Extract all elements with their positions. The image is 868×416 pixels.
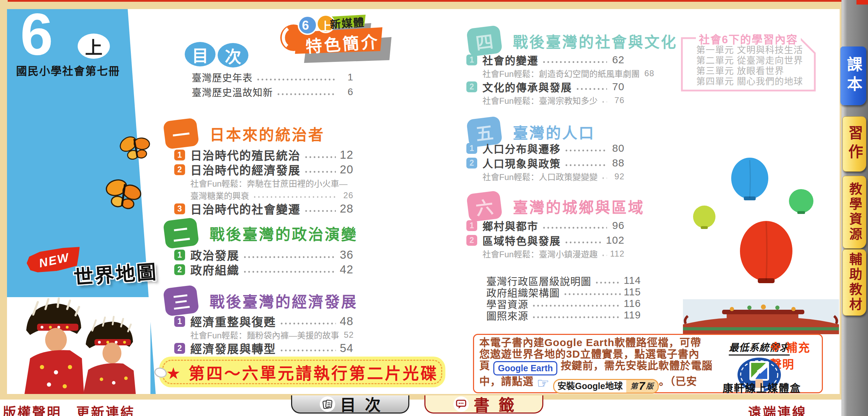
info-line: 本電子書內建Google Earth軟體路徑檔，可帶 [479, 337, 731, 348]
next-book-item: 第一單元 文明與科技生活 [696, 45, 803, 55]
entry-page-number: 54 [339, 342, 353, 355]
unit-title: 戰後臺灣的社會與文化 [513, 30, 677, 52]
tab-textbook[interactable]: 課本 [840, 46, 866, 105]
unit-header: 一日本來的統治者 [164, 119, 360, 148]
unit-entries: 1日治時代的殖民統治122日治時代的經濟發展20社會Fun輕鬆：奔馳在甘蔗田裡的… [174, 148, 353, 216]
cover-series-title: 國民小學社會第七冊 [16, 62, 120, 78]
next-book-item: 第二單元 從臺灣走向世界 [696, 55, 803, 66]
toc-entry[interactable]: 2日治時代的經濟發展20 [174, 162, 353, 177]
dot-leader [253, 196, 336, 198]
next-book-items: 第一單元 文明與科技生活第二單元 從臺灣走向世界第三單元 放眼看世界第四單元 關… [696, 45, 803, 87]
toc-entry[interactable]: 1鄉村與都市96 [466, 218, 624, 233]
entry-label: 臺灣歷史年表 [192, 70, 253, 84]
entry-page-number: 114 [624, 275, 641, 286]
entry-label: 圖照來源 [486, 308, 528, 323]
toc-heading-char: 目 [185, 42, 216, 66]
entry-label: 社會Fun輕鬆：人口政策變變變 [482, 170, 598, 182]
toc-entry[interactable]: 2人口現象與政策88 [466, 156, 624, 170]
unit-header: 四戰後臺灣的社會與文化 [468, 26, 678, 56]
tab-workbook[interactable]: 習作 [842, 116, 866, 172]
entry-page-number: 48 [339, 315, 353, 328]
front-entries: 臺灣歷史年表1臺灣歷史溫故知新6 [192, 70, 353, 99]
toc-entry[interactable]: 圖照來源119 [486, 309, 641, 321]
toc-tab-button[interactable]: 目次 [291, 395, 409, 414]
toc-entry[interactable]: 社會Fun輕鬆：臺灣小鎮漫遊趣112 [466, 248, 624, 260]
toc-entry[interactable]: 臺灣歷史年表1 [192, 70, 353, 85]
entry-number-badge: 2 [466, 235, 477, 246]
pointing-hand-icon: ☞ [537, 375, 550, 391]
toc-entry[interactable]: 社會Fun輕鬆：人口政策變變變92 [466, 170, 624, 182]
world-map-label: 世界地圖 [72, 256, 158, 290]
cover-semester-badge: 上 [78, 34, 110, 59]
remote-connection-link[interactable]: 遠端連線 [748, 402, 807, 416]
entry-label: 社會Fun輕鬆：臺灣宗教知多少 [482, 94, 598, 106]
unit-entries: 1社會的變遷62社會Fun輕鬆：創造奇幻空間的紙風車劇團682文化的傳承與發展7… [466, 52, 624, 106]
copyright-link[interactable]: 版權聲明 [3, 402, 62, 416]
feature-badge-title: 特色簡介 [305, 28, 380, 58]
toc-entry[interactable]: 1經濟重整與復甦48 [174, 314, 353, 329]
unit-number-badge: 六 [466, 191, 502, 222]
toc-entry[interactable]: 2文化的傳承與發展70 [466, 79, 624, 94]
ebook-reader: 6 上 國民小學社會第七冊 NEW 世界地圖 [0, 0, 868, 416]
disc-note: ★ 第四～六單元請執行第二片光碟 [159, 357, 445, 387]
entry-label: 鄉村與都市 [482, 218, 538, 233]
toc-entry[interactable]: 1政治發展36 [174, 248, 353, 262]
entry-number-badge: 1 [466, 55, 477, 65]
unit-section-4: 四戰後臺灣的社會與文化 1社會的變遷62社會Fun輕鬆：創造奇幻空間的紙風車劇團… [468, 26, 678, 56]
unit-header: 六臺灣的城鄉與區域 [468, 192, 678, 221]
dot-leader [304, 210, 336, 212]
toc-entry[interactable]: 3日治時代的社會變遷28 [174, 201, 353, 216]
cover-photo-people [7, 297, 150, 394]
entry-number-badge: 2 [174, 264, 185, 275]
media-box-label: 康軒線上媒體盒 [719, 380, 805, 395]
entry-page-number: 112 [610, 249, 624, 259]
tab-supplementary-materials[interactable]: 輔助教材 [842, 249, 866, 316]
dot-leader [532, 304, 621, 307]
toc-entry[interactable]: 1人口分布與遷移80 [466, 141, 624, 156]
unit-section-1: 一日本來的統治者 1日治時代的殖民統治122日治時代的經濟發展20社會Fun輕鬆… [164, 119, 360, 148]
entry-page-number: 68 [640, 69, 654, 78]
dot-leader [601, 254, 607, 257]
google-earth-info-box: 本電子書內建Google Earth軟體路徑檔，可帶 您遨遊世界各地的3D立體實… [473, 334, 823, 393]
entry-label: 人口分布與遷移 [482, 141, 561, 156]
toc-entry[interactable]: 社會Fun輕鬆：創造奇幻空間的紙風車劇團68 [466, 67, 624, 79]
bookmark-tab-button[interactable]: 書籤 [424, 395, 543, 414]
toc-entry[interactable]: 社會Fun輕鬆：臺灣宗教知多少76 [466, 94, 624, 106]
entry-label: 日治時代的經濟發展 [190, 161, 301, 178]
temple-roof-image [683, 299, 839, 334]
feature-intro-badge[interactable]: 6 上 新媒體 特色簡介 [278, 10, 397, 68]
next-book-title: 社會6下的學習內容 [696, 34, 800, 46]
dot-leader [564, 149, 607, 152]
unit-section-3: 三戰後臺灣的經濟發展 1經濟重整與復甦48社會Fun輕鬆：麵粉袋內褲—美援的故事… [164, 286, 360, 315]
entry-page-number: 92 [610, 172, 624, 181]
bookmark-tab-label: 書籤 [474, 393, 523, 415]
toc-entry[interactable]: 臺灣歷史溫故知新6 [192, 85, 353, 99]
unit-title: 戰後臺灣的經濟發展 [210, 290, 358, 311]
entry-page-number: 80 [610, 142, 624, 154]
toc-entry[interactable]: 2政府組織42 [174, 262, 353, 277]
toc-entry[interactable]: 2經濟發展與轉型54 [174, 341, 353, 356]
dot-leader [304, 171, 336, 173]
entry-page-number: 88 [610, 157, 624, 169]
entry-page-number: 116 [624, 298, 641, 309]
install-google-earth-button[interactable]: 安裝Google地球第7版 [553, 379, 659, 394]
unit-title: 戰後臺灣的政治演變 [210, 222, 358, 244]
dot-leader [601, 177, 607, 179]
update-link[interactable]: 更新連結 [76, 402, 135, 416]
dot-leader [542, 227, 607, 229]
google-earth-button[interactable]: Google Earth [493, 361, 557, 375]
toc-entry[interactable]: 2區域特色與發展102 [466, 233, 624, 248]
entry-page-number: 102 [606, 234, 624, 246]
info-line: 頁 Google Earth 按鍵前，需先安裝此軟體於電腦 [479, 360, 731, 375]
toc-entry[interactable]: 社會Fun輕鬆：奔馳在甘蔗田裡的小火車— [174, 177, 353, 189]
toc-entry[interactable]: 1日治時代的殖民統治12 [174, 148, 353, 162]
toc-entry[interactable]: 臺灣糖業的興衰26 [174, 189, 353, 201]
entry-label: 日治時代的殖民統治 [190, 146, 301, 163]
entry-label: 經濟重整與復甦 [190, 313, 276, 330]
tab-teaching-resources[interactable]: 教學資源 [842, 176, 866, 249]
toc-entry[interactable]: 1社會的變遷62 [466, 52, 624, 67]
toc-entry[interactable]: 社會Fun輕鬆：麵粉袋內褲—美援的故事52 [174, 329, 353, 341]
entry-page-number: 115 [624, 286, 641, 298]
entry-number-badge: 1 [466, 143, 477, 154]
unit-entries: 1鄉村與都市962區域特色與發展102社會Fun輕鬆：臺灣小鎮漫遊趣112 [466, 218, 624, 260]
